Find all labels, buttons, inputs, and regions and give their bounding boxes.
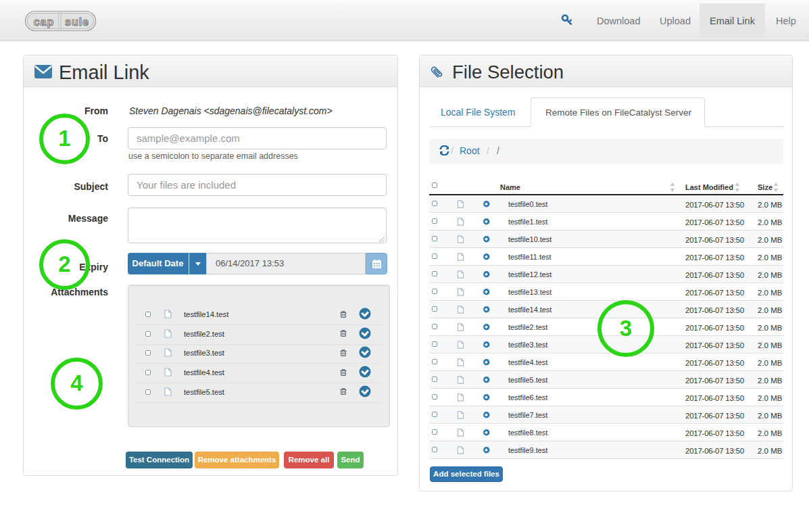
svg-text:sule: sule [65, 16, 89, 28]
svg-text:cap: cap [34, 16, 55, 28]
